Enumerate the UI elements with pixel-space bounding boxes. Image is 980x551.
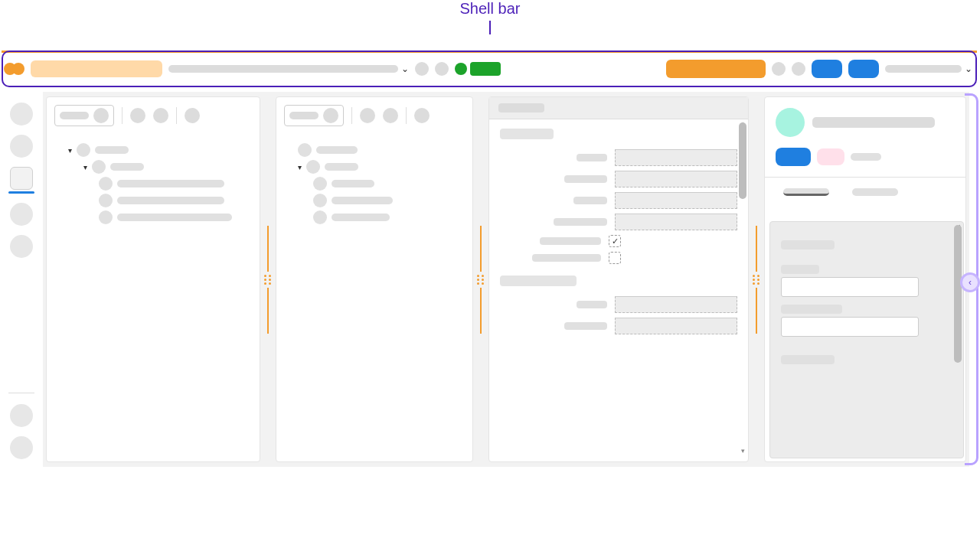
form-input[interactable] xyxy=(615,192,737,209)
pane1-tool-1[interactable] xyxy=(130,108,145,123)
caret-down-icon[interactable]: ▾ xyxy=(68,146,72,155)
pane-detail: ▴ xyxy=(764,96,966,462)
form-input[interactable] xyxy=(615,171,737,187)
rail-bottom-1[interactable] xyxy=(10,404,33,427)
tree-node[interactable]: ▾ xyxy=(57,143,249,157)
drawer-section-title xyxy=(781,240,835,249)
tag-label xyxy=(851,153,881,161)
chevron-down-icon[interactable]: ⌄ xyxy=(965,64,972,74)
tag-blue[interactable] xyxy=(776,148,811,166)
shell-bar: ⌄ ⌄ xyxy=(8,55,972,83)
avatar[interactable] xyxy=(776,108,805,137)
caret-down-icon[interactable]: ▾ xyxy=(298,163,302,171)
form-label xyxy=(564,322,607,330)
tree-leaf[interactable] xyxy=(57,210,249,224)
collapse-handle-button[interactable]: ‹ xyxy=(960,272,980,292)
pane2-select[interactable] xyxy=(284,105,344,126)
pane1-tool-3[interactable] xyxy=(185,108,200,123)
property-drawer: ▴ xyxy=(769,221,964,458)
pane3-header xyxy=(489,97,748,119)
tag-pink[interactable] xyxy=(817,148,844,165)
pane1-tool-2[interactable] xyxy=(153,108,168,123)
drawer-section-title-2 xyxy=(781,355,835,364)
form-input[interactable] xyxy=(615,149,737,166)
form-label xyxy=(564,175,607,183)
blue-action-2[interactable] xyxy=(848,60,879,78)
blue-action-1[interactable] xyxy=(812,60,842,78)
tab-1-active[interactable] xyxy=(783,188,829,196)
shell-action-2[interactable] xyxy=(435,62,449,76)
logo-icon[interactable] xyxy=(8,63,24,75)
drawer-input-2[interactable] xyxy=(781,317,919,337)
splitter-2[interactable] xyxy=(476,96,485,462)
tree-node[interactable]: ▾ xyxy=(57,160,249,174)
user-dropdown[interactable] xyxy=(885,65,962,73)
form-label xyxy=(540,237,601,245)
form-label xyxy=(573,197,607,204)
tab-2[interactable] xyxy=(852,188,898,196)
form-checkbox-unchecked[interactable] xyxy=(609,252,621,264)
status-badge xyxy=(470,62,501,76)
status-dot-icon xyxy=(455,63,467,75)
page-title-select[interactable] xyxy=(168,65,398,73)
divider xyxy=(765,177,965,178)
pane-form: ▴ ▾ ✓ xyxy=(488,96,749,462)
pane2-tool-1[interactable] xyxy=(360,108,375,123)
primary-action-button[interactable] xyxy=(666,60,766,78)
pane-tree-1: ▾ ▾ xyxy=(46,96,260,462)
rail-divider xyxy=(8,393,34,393)
pane3-scrollbar[interactable] xyxy=(739,122,746,199)
form-input[interactable] xyxy=(615,214,737,230)
pane2-tool-2[interactable] xyxy=(383,108,398,123)
caret-down-icon[interactable]: ▾ xyxy=(83,163,87,171)
rail-item-3-active[interactable] xyxy=(10,167,33,190)
side-rail xyxy=(5,95,38,467)
form-label xyxy=(532,254,601,262)
form-section-1-title xyxy=(500,129,554,139)
shell-action-1[interactable] xyxy=(415,62,429,76)
tree-leaf[interactable] xyxy=(287,194,462,207)
form-input[interactable] xyxy=(615,318,737,334)
rail-item-4[interactable] xyxy=(10,203,33,226)
shell-action-3[interactable] xyxy=(772,62,786,76)
pane-tree-2: ▾ xyxy=(276,96,473,462)
form-label xyxy=(554,218,607,226)
drawer-label-1 xyxy=(781,265,819,274)
tree-leaf[interactable] xyxy=(287,210,462,224)
drawer-scrollbar[interactable] xyxy=(954,225,962,363)
content-area: ▾ ▾ ▾ xyxy=(43,92,969,467)
chevron-left-icon: ‹ xyxy=(969,277,972,288)
rail-item-2[interactable] xyxy=(10,135,33,158)
tree-node[interactable]: ▾ xyxy=(287,160,462,174)
annotation-pointer xyxy=(489,21,491,34)
annotation-label: Shell bar xyxy=(0,0,980,18)
tree-node[interactable] xyxy=(287,143,462,157)
form-checkbox-checked[interactable]: ✓ xyxy=(609,235,621,247)
pane3-title xyxy=(498,103,544,112)
form-input[interactable] xyxy=(615,296,737,313)
splitter-1[interactable] xyxy=(263,96,273,462)
splitter-3[interactable] xyxy=(752,96,761,462)
product-switcher[interactable] xyxy=(31,60,162,77)
rail-item-1[interactable] xyxy=(10,103,33,126)
detail-tabs xyxy=(765,188,965,196)
form-section-2-title xyxy=(500,276,577,286)
chevron-down-icon[interactable]: ⌄ xyxy=(401,64,409,74)
form-label xyxy=(577,154,607,161)
tree-leaf[interactable] xyxy=(57,194,249,207)
rail-item-5[interactable] xyxy=(10,235,33,258)
pane1-select[interactable] xyxy=(54,105,114,126)
shell-action-4[interactable] xyxy=(792,62,805,76)
drawer-input-1[interactable] xyxy=(781,277,919,297)
scroll-down-icon[interactable]: ▾ xyxy=(739,447,746,455)
drawer-label-2 xyxy=(781,305,842,314)
pane2-tool-3[interactable] xyxy=(414,108,430,123)
rail-active-indicator xyxy=(8,191,34,194)
rail-bottom-2[interactable] xyxy=(10,436,33,459)
detail-title xyxy=(812,117,935,128)
tree-leaf[interactable] xyxy=(287,177,462,191)
form-label xyxy=(577,301,607,308)
tree-leaf[interactable] xyxy=(57,177,249,191)
